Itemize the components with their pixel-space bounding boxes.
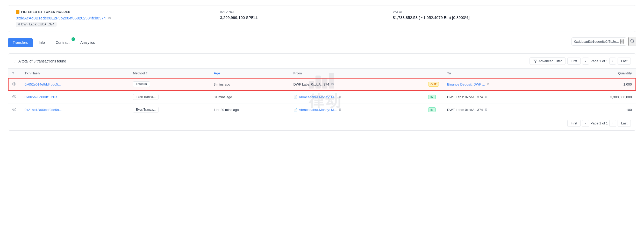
transactions-count: ↓↑ A total of 3 transactions found [13, 59, 66, 63]
table-body: 0x652e014e9dd4bdc5... Transfer 3 mins ag… [8, 78, 636, 116]
td-quantity-1: 1,000 [565, 78, 636, 91]
method-badge-2: Exec Transa... [133, 94, 159, 100]
advanced-filter-button[interactable]: Advanced Filter [529, 57, 566, 65]
to-link-1[interactable]: Binance Deposit: DWF ... [447, 82, 485, 86]
sort-icon: ↓↑ [13, 59, 17, 63]
method-badge-1: Transfer [133, 81, 150, 87]
th-to: To [443, 69, 565, 78]
copy-to-2[interactable]: ⧉ [484, 95, 488, 99]
copy-address-button[interactable]: ⧉ [108, 16, 111, 20]
th-txhash: Txn Hash [20, 69, 129, 78]
txhash-link-2[interactable]: 0x8b5b93d00df18f13f... [25, 95, 60, 99]
value-main: $1,733,852.53 ( ~1,052.4079 Eth) [0.8903… [393, 15, 628, 20]
svg-marker-2 [534, 60, 537, 62]
td-to-3: DWF Labs: 0xddA...374 ⧉ [443, 103, 565, 116]
table-container: ↓↑ A total of 3 transactions found Advan… [8, 53, 636, 131]
tabs-left: Transfers Info Contract ✓ Analytics [8, 38, 100, 47]
token-holder-section: FILTERED BY TOKEN HOLDER 0xddAcAd3B1edee… [8, 5, 212, 32]
copy-to-3[interactable]: ⧉ [484, 108, 488, 112]
direction-badge-2: IN [428, 95, 436, 99]
table-row: 0x8b5b93d00df18f13f... Exec Transa... 31… [8, 91, 636, 103]
verified-badge: ✓ [71, 37, 75, 41]
first-button-bottom[interactable]: First [567, 120, 581, 127]
page-info-bottom: Page 1 of 1 [591, 121, 608, 125]
td-txhash-2: 0x8b5b93d00df18f13f... [20, 91, 129, 103]
td-from-2: 📄 Abracadabra.Money: M... ⧉ [289, 91, 424, 103]
td-txhash-3: 0x21ac12a00bdf9de5a... [20, 103, 129, 116]
td-eye-2 [8, 91, 20, 103]
from-link-2[interactable]: Abracadabra.Money: M... [299, 95, 337, 99]
th-method: Method ? [129, 69, 210, 78]
doc-icon-from-3: 📄 [294, 108, 297, 111]
table-row: 0x21ac12a00bdf9de5a... Exec Transa... 1 … [8, 103, 636, 116]
tag-badge: DWF Labs: 0xddA...374 [16, 22, 56, 27]
td-from-3: 📄 Abracadabra.Money: M... ⧉ [289, 103, 424, 116]
filter-bar: FILTERED BY TOKEN HOLDER 0xddAcAd3B1edee… [8, 5, 636, 32]
td-from-1: DWF Labs: 0xddA...374 ⧉ [289, 78, 424, 91]
prev-button-top[interactable]: ‹ [582, 58, 589, 65]
tab-transfers[interactable]: Transfers [8, 38, 33, 47]
from-text-1: DWF Labs: 0xddA...374 [294, 82, 329, 86]
last-button-top[interactable]: Last [618, 58, 631, 65]
td-txhash-1: 0x652e014e9dd4bdc5... [20, 78, 129, 91]
txhash-link-1[interactable]: 0x652e014e9dd4bdc5... [25, 82, 61, 86]
td-direction-2: IN [424, 91, 443, 103]
eye-icon-2[interactable] [12, 96, 16, 100]
td-direction-1: OUT [424, 78, 443, 91]
td-direction-3: IN [424, 103, 443, 116]
th-quantity: Quantity [565, 69, 636, 78]
copy-to-1[interactable]: ⧉ [486, 82, 490, 86]
next-button-bottom[interactable]: › [609, 120, 616, 127]
prev-button-bottom[interactable]: ‹ [582, 120, 589, 127]
copy-from-3[interactable]: ⧉ [338, 108, 342, 112]
copy-from-1[interactable]: ⧉ [331, 82, 334, 86]
top-pagination-controls: Advanced Filter First ‹ Page 1 of 1 › La… [529, 57, 631, 65]
td-method-2: Exec Transa... [129, 91, 210, 103]
transactions-table: ? Txn Hash Method ? Age Fr [8, 69, 636, 116]
tag-label: DWF Labs: 0xddA...374 [21, 23, 54, 26]
eye-icon-3[interactable] [12, 108, 16, 112]
direction-badge-1: OUT [428, 82, 439, 87]
filter-badge: FILTERED BY TOKEN HOLDER [16, 10, 204, 14]
td-quantity-2: 3,300,000,000 [565, 91, 636, 103]
help-circle-icon: ? [12, 71, 14, 75]
copy-from-2[interactable]: ⧉ [338, 95, 342, 99]
balance-label: BALANCE [220, 10, 377, 14]
td-eye-3 [8, 103, 20, 116]
th-from: From [289, 69, 424, 78]
balance-section: BALANCE 3,299,999,100 SPELL [212, 5, 385, 24]
method-badge-3: Exec Transa... [133, 107, 159, 112]
svg-line-1 [633, 42, 634, 43]
svg-point-4 [14, 96, 15, 97]
tab-info[interactable]: Info [34, 38, 50, 47]
table-toolbar: ↓↑ A total of 3 transactions found Advan… [8, 54, 636, 69]
td-eye-1 [8, 78, 20, 91]
tab-contract[interactable]: Contract ✓ [51, 38, 74, 47]
td-age-3: 1 hr 20 mins ago [210, 103, 289, 116]
value-section: VALUE $1,733,852.53 ( ~1,052.4079 Eth) [… [385, 5, 636, 24]
txhash-link-3[interactable]: 0x21ac12a00bdf9de5a... [25, 108, 62, 112]
th-age[interactable]: Age [210, 69, 289, 78]
next-button-top[interactable]: › [609, 58, 616, 65]
search-filter-box: 0xddacad3b1edee8e2f5b2e... × [571, 37, 626, 46]
last-button-bottom[interactable]: Last [618, 120, 631, 127]
method-help-icon[interactable]: ? [146, 72, 148, 75]
first-button-top[interactable]: First [567, 58, 581, 65]
to-text-2: DWF Labs: 0xddA...374 [447, 95, 483, 99]
search-filter-address: 0xddacad3b1edee8e2f5b2e... [574, 40, 619, 44]
table-header-row: ? Txn Hash Method ? Age Fr [8, 69, 636, 78]
td-to-2: DWF Labs: 0xddA...374 ⧉ [443, 91, 565, 103]
direction-badge-3: IN [428, 107, 436, 112]
tag-dot [18, 23, 20, 25]
eye-icon-1[interactable] [12, 83, 16, 87]
close-filter-button[interactable]: × [620, 39, 624, 44]
from-link-3[interactable]: Abracadabra.Money: M... [299, 108, 337, 112]
table-row: 0x652e014e9dd4bdc5... Transfer 3 mins ag… [8, 78, 636, 91]
search-button[interactable] [628, 37, 636, 46]
value-label: VALUE [393, 10, 628, 14]
address-link[interactable]: 0xddAcAd3B1edee8E2F5b2e84f658202534fcb03… [16, 16, 106, 20]
tab-analytics[interactable]: Analytics [75, 38, 100, 47]
svg-point-0 [631, 39, 634, 42]
balance-value: 3,299,999,100 SPELL [220, 15, 377, 20]
td-age-2: 31 mins ago [210, 91, 289, 103]
